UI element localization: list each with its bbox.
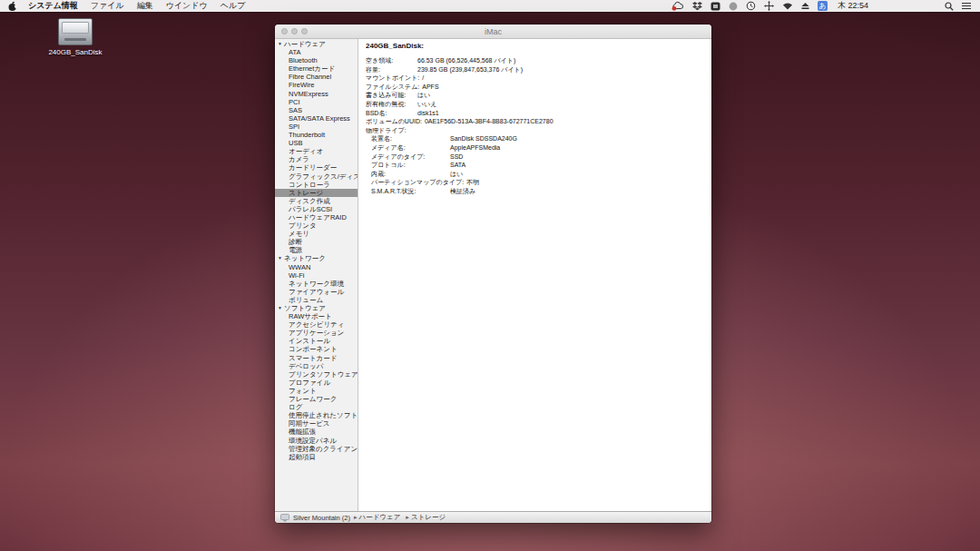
- sidebar-item[interactable]: ▼ハードウェア: [275, 40, 358, 48]
- sidebar-item[interactable]: ▼スマートカード: [275, 354, 358, 362]
- sidebar-item[interactable]: ▼ファイアウォール: [275, 288, 358, 296]
- sidebar-item[interactable]: ▼機能拡張: [275, 428, 358, 436]
- row-value: /: [422, 74, 424, 83]
- breadcrumb-item: ▸ストレージ: [406, 513, 446, 522]
- menu-item[interactable]: ウインドウ: [166, 0, 208, 12]
- eject-icon[interactable]: [801, 2, 809, 10]
- sidebar-item[interactable]: ▼ディスク作成: [275, 197, 358, 205]
- sidebar-item[interactable]: ▼ソフトウェア: [275, 304, 358, 312]
- screen-share-icon[interactable]: [710, 2, 720, 11]
- sidebar-item[interactable]: ▼カードリーダー: [275, 163, 358, 172]
- sidebar-item[interactable]: ▼オーディオ: [275, 147, 358, 155]
- sidebar-item[interactable]: ▼ATA: [275, 48, 358, 56]
- sidebar-item[interactable]: ▼プリンタ: [275, 221, 358, 230]
- computer-icon: [280, 514, 289, 522]
- sidebar-item[interactable]: ▼環境設定パネル: [275, 437, 358, 445]
- sidebar-item[interactable]: ▼ハードウェアRAID: [275, 213, 358, 221]
- sidebar-item[interactable]: ▼メモリ: [275, 230, 358, 238]
- row-value: AppleAPFSMedia: [450, 143, 500, 153]
- input-source-icon[interactable]: あ: [818, 1, 828, 11]
- row-value: disk1s1: [417, 109, 439, 118]
- sidebar-item[interactable]: ▼NVMExpress: [275, 90, 358, 98]
- sidebar-item[interactable]: ▼グラフィックス/ディス...: [275, 172, 358, 181]
- notification-center-icon[interactable]: [962, 2, 971, 10]
- row-value: SSD: [450, 153, 463, 162]
- sidebar-item[interactable]: ▼アプリケーション: [275, 329, 358, 337]
- menu-item[interactable]: 編集: [137, 0, 153, 12]
- spotlight-icon[interactable]: [945, 2, 954, 11]
- sidebar-item[interactable]: ▼SATA/SATA Express: [275, 114, 358, 123]
- menu-bar-clock[interactable]: 木 22:54: [838, 0, 868, 12]
- sidebar-item[interactable]: ▼RAWサポート: [275, 312, 358, 320]
- sidebar-item[interactable]: ▼SPI: [275, 123, 358, 131]
- row-value: 0AE1F56D-513A-3BF4-8B83-672771CE2780: [425, 117, 554, 126]
- sidebar-item[interactable]: ▼電源: [275, 246, 358, 254]
- time-machine-icon[interactable]: [746, 1, 756, 11]
- physical-drive-heading: 物理ドライブ:: [366, 126, 708, 135]
- info-row: メディアのタイプ: SSD: [366, 153, 708, 162]
- sidebar-item[interactable]: ▼パラレルSCSI: [275, 205, 358, 213]
- row-label: BSD名:: [366, 109, 417, 118]
- sidebar-item[interactable]: ▼インストール: [275, 337, 358, 345]
- cloud-sync-icon[interactable]: [671, 1, 684, 11]
- sidebar-item[interactable]: ▼同期サービス: [275, 419, 358, 428]
- close-button[interactable]: [281, 28, 288, 34]
- sidebar-item[interactable]: ▼コントローラ: [275, 181, 358, 189]
- row-value: SanDisk SDSSDA240G: [450, 134, 517, 143]
- row-label: 書き込み可能:: [366, 91, 417, 100]
- info-row: マウントポイント: /: [366, 74, 708, 83]
- minimize-button[interactable]: [291, 28, 298, 34]
- move-arrows-icon[interactable]: [764, 1, 774, 11]
- sidebar-item[interactable]: ▼ボリューム: [275, 296, 358, 304]
- sidebar-item[interactable]: ▼起動項目: [275, 453, 358, 461]
- row-label: 所有権の無視:: [366, 100, 417, 109]
- row-label: S.M.A.R.T.状況:: [366, 187, 450, 196]
- sidebar-item[interactable]: ▼SAS: [275, 106, 358, 114]
- sidebar-item[interactable]: ▼プロファイル: [275, 379, 358, 387]
- sidebar-item[interactable]: ▼プリンタソフトウェア: [275, 370, 358, 379]
- info-row: 容量: 239.85 GB (239,847,653,376 バイト): [366, 65, 708, 74]
- row-value: はい: [450, 170, 463, 179]
- status-bar: Silver Mountain (2) ▸ハードウェア ▸ストレージ: [275, 511, 711, 523]
- sidebar-item[interactable]: ▼WWAN: [275, 263, 358, 271]
- sidebar-item[interactable]: ▼管理対象のクライアント: [275, 445, 358, 453]
- sidebar-item[interactable]: ▼Ethernetカード: [275, 64, 358, 73]
- desktop-icon-240gb-sandisk[interactable]: 240GB_SanDisk: [48, 18, 103, 56]
- sidebar-item[interactable]: ▼ネットワーク環境: [275, 280, 358, 288]
- sidebar-item[interactable]: ▼診断: [275, 238, 358, 246]
- sidebar-item[interactable]: ▼FireWire: [275, 81, 358, 89]
- sidebar-item[interactable]: ▼Fibre Channel: [275, 73, 358, 81]
- info-row: メディア名: AppleAPFSMedia: [366, 143, 708, 153]
- info-row: BSD名: disk1s1: [366, 109, 708, 118]
- sidebar-item[interactable]: ▼Wi-Fi: [275, 271, 358, 280]
- menu-bar: システム情報ファイル編集ウインドウヘルプ: [0, 0, 980, 12]
- sidebar-item[interactable]: ▼アクセシビリティ: [275, 320, 358, 329]
- title-bar[interactable]: iMac: [275, 25, 711, 39]
- sidebar-item[interactable]: ▼コンポーネント: [275, 345, 358, 353]
- menu-item[interactable]: システム情報: [28, 0, 78, 12]
- sidebar-item[interactable]: ▼カメラ: [275, 155, 358, 163]
- zoom-button[interactable]: [301, 28, 308, 34]
- sidebar-item[interactable]: ▼ログ: [275, 403, 358, 411]
- menu-item[interactable]: ファイル: [91, 0, 124, 12]
- status-dot-icon[interactable]: [729, 2, 738, 11]
- dropbox-icon[interactable]: [692, 2, 702, 11]
- sidebar-item[interactable]: ▼フォント: [275, 387, 358, 395]
- sidebar-item[interactable]: ▼Thunderbolt: [275, 131, 358, 139]
- menu-item[interactable]: ヘルプ: [220, 0, 246, 12]
- sidebar-item[interactable]: ▼PCI: [275, 98, 358, 106]
- sidebar-item[interactable]: ▼使用停止されたソフトウ...: [275, 411, 358, 419]
- row-value: 66.53 GB (66,526,445,568 バイト): [417, 56, 515, 65]
- sidebar-item[interactable]: ▼ストレージ: [275, 189, 358, 197]
- apple-menu[interactable]: [8, 1, 17, 12]
- sidebar-item[interactable]: ▼USB: [275, 139, 358, 147]
- sidebar-item[interactable]: ▼ネットワーク: [275, 254, 358, 262]
- info-row: プロトコル: SATA: [366, 161, 708, 170]
- sidebar-item[interactable]: ▼デベロッパ: [275, 362, 358, 370]
- row-label: 空き領域:: [366, 56, 417, 65]
- sidebar-item[interactable]: ▼フレームワーク: [275, 395, 358, 403]
- disclosure-triangle-icon: ▼: [278, 254, 282, 262]
- sidebar-item[interactable]: ▼Bluetooth: [275, 56, 358, 64]
- wifi-icon[interactable]: [782, 2, 793, 10]
- row-label: マウントポイント:: [366, 74, 422, 83]
